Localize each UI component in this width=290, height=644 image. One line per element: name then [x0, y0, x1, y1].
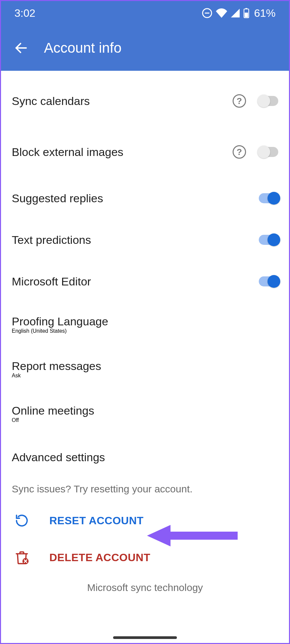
page-title: Account info [44, 40, 122, 56]
setting-block-external-images[interactable]: Block external images ? [1, 131, 289, 173]
sync-hint: Sync issues? Try resetting your account. [1, 474, 289, 497]
setting-label: Online meetings [12, 404, 278, 417]
setting-label: Advanced settings [12, 451, 278, 464]
cell-signal-icon [231, 9, 240, 17]
setting-label: Suggested replies [12, 192, 259, 205]
setting-label: Block external images [12, 146, 233, 159]
delete-account-button[interactable]: DELETE ACCOUNT [1, 539, 289, 576]
setting-microsoft-editor[interactable]: Microsoft Editor [1, 261, 289, 302]
battery-percent: 61% [254, 7, 276, 19]
status-bar: 3:02 61% [1, 1, 289, 25]
toggle-sync-calendars[interactable] [259, 96, 278, 106]
help-icon[interactable]: ? [233, 145, 246, 159]
setting-label: Microsoft Editor [12, 275, 259, 288]
trash-icon [14, 550, 29, 565]
setting-proofing-language[interactable]: Proofing Language English (United States… [1, 307, 289, 342]
settings-list: Sync calendars ? Block external images ?… [1, 71, 289, 613]
setting-advanced-settings[interactable]: Advanced settings [1, 441, 289, 474]
setting-value: Ask [12, 373, 278, 379]
setting-online-meetings[interactable]: Online meetings Off [1, 396, 289, 431]
setting-value: English (United States) [12, 328, 278, 334]
setting-suggested-replies[interactable]: Suggested replies [1, 177, 289, 219]
toggle-text-predictions[interactable] [259, 235, 278, 245]
dnd-icon [202, 8, 212, 18]
svg-rect-4 [245, 13, 248, 17]
toggle-block-external-images[interactable] [259, 147, 278, 157]
setting-label: Proofing Language [12, 315, 278, 328]
reset-account-button[interactable]: RESET ACCOUNT [1, 502, 289, 539]
help-icon[interactable]: ? [233, 94, 246, 108]
setting-label: Report messages [12, 360, 278, 373]
toggle-suggested-replies[interactable] [259, 193, 278, 203]
gesture-bar [113, 636, 177, 639]
reset-icon [15, 514, 29, 528]
app-bar: Account info [1, 25, 289, 71]
toggle-microsoft-editor[interactable] [259, 276, 278, 286]
wifi-icon [216, 8, 227, 18]
back-button[interactable] [10, 37, 32, 59]
action-label: DELETE ACCOUNT [49, 551, 150, 564]
status-icons: 61% [202, 7, 276, 19]
setting-text-predictions[interactable]: Text predictions [1, 219, 289, 261]
action-label: RESET ACCOUNT [49, 515, 144, 527]
setting-value: Off [12, 417, 278, 423]
arrow-left-icon [14, 41, 28, 55]
footer-text: Microsoft sync technology [1, 576, 289, 613]
setting-label: Text predictions [12, 233, 259, 247]
battery-icon [243, 8, 249, 18]
setting-report-messages[interactable]: Report messages Ask [1, 352, 289, 387]
setting-label: Sync calendars [12, 95, 233, 108]
setting-sync-calendars[interactable]: Sync calendars ? [1, 80, 289, 122]
status-time: 3:02 [14, 7, 35, 19]
